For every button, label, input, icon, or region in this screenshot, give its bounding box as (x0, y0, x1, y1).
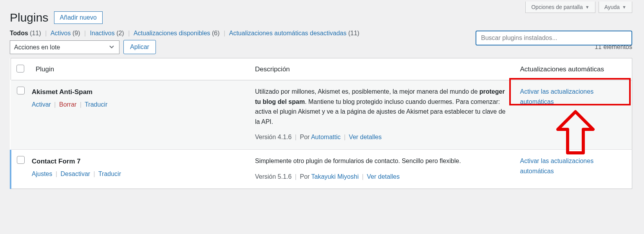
table-row: Contact Form 7 Ajustes | Desactivar | Tr… (11, 149, 632, 189)
separator: | (54, 101, 56, 108)
help-tab[interactable]: Ayuda ▼ (599, 2, 632, 13)
search-input[interactable] (476, 31, 632, 45)
row-checkbox[interactable] (17, 156, 25, 164)
row-actions: Ajustes | Desactivar | Traducir (32, 169, 244, 179)
filter-all-label: Todos (10, 30, 28, 36)
filter-updates-available[interactable]: Actualizaciones disponibles (6) (134, 30, 221, 36)
filter-autooff-count: (11) (348, 30, 359, 36)
row-actions: Activar | Borrar | Traducir (32, 100, 244, 110)
filter-autooff-label: Actualizaciones automáticas desactivadas (229, 30, 347, 36)
author-link[interactable]: Takayuki Miyoshi (311, 173, 359, 180)
help-label: Ayuda (604, 4, 620, 10)
delete-link[interactable]: Borrar (59, 101, 76, 108)
plugin-name: Akismet Anti-Spam (32, 87, 244, 97)
separator: | (45, 30, 47, 36)
column-plugin[interactable]: Plugin (30, 58, 250, 80)
enable-auto-updates-link[interactable]: Activar las actualizaciones automáticas (520, 158, 594, 174)
by-label: Por (300, 134, 311, 140)
separator: | (344, 134, 346, 140)
filter-active-count: (9) (72, 30, 80, 36)
chevron-down-icon: ▼ (622, 5, 626, 9)
description-text: Utilizado por millones, Akismet es, posi… (255, 88, 505, 125)
separator: | (56, 171, 57, 177)
plugin-meta: Versión 4.1.6 | Por Automattic | Ver det… (255, 132, 507, 142)
by-label: Por (300, 173, 311, 180)
plugin-name: Contact Form 7 (32, 156, 244, 167)
filter-all[interactable]: Todos (11) (10, 30, 43, 36)
view-details-link[interactable]: Ver detalles (367, 173, 400, 180)
separator: | (80, 101, 81, 108)
enable-auto-updates-link[interactable]: Activar las actualizaciones automáticas (520, 88, 594, 105)
filter-inactive-count: (2) (116, 30, 124, 36)
separator: | (224, 30, 225, 36)
screen-options-label: Opciones de pantalla (531, 4, 583, 10)
separator: | (84, 30, 86, 36)
settings-link[interactable]: Ajustes (32, 171, 52, 177)
filter-inactive-label: Inactivos (90, 30, 115, 36)
plugin-version: Versión 4.1.6 (255, 134, 291, 140)
translate-link[interactable]: Traducir (98, 171, 121, 177)
filter-active[interactable]: Activos (9) (51, 30, 82, 36)
view-details-link[interactable]: Ver detalles (349, 134, 382, 140)
separator: | (128, 30, 130, 36)
table-row: Akismet Anti-Spam Activar | Borrar | Tra… (11, 80, 632, 150)
deactivate-link[interactable]: Desactivar (61, 171, 90, 177)
separator: | (362, 173, 364, 180)
column-auto-updates[interactable]: Actualizaciones automáticas (515, 58, 632, 80)
separator: | (295, 173, 297, 180)
column-description[interactable]: Descripción (250, 58, 515, 80)
filter-inactive[interactable]: Inactivos (2) (90, 30, 126, 36)
row-checkbox[interactable] (17, 87, 25, 94)
plugins-table: Plugin Descripción Actualizaciones autom… (10, 58, 632, 189)
filter-auto-updates-off[interactable]: Actualizaciones automáticas desactivadas… (229, 30, 360, 36)
filter-available-count: (6) (212, 30, 220, 36)
add-new-button[interactable]: Añadir nuevo (54, 11, 103, 24)
activate-link[interactable]: Activar (32, 101, 51, 108)
separator: | (295, 134, 297, 140)
plugin-meta: Versión 5.1.6 | Por Takayuki Miyoshi | V… (255, 172, 507, 182)
author-link[interactable]: Automattic (311, 134, 341, 140)
description-text: Simplemente otro plugin de formularios d… (255, 158, 461, 164)
apply-button[interactable]: Aplicar (123, 40, 156, 54)
filter-available-label: Actualizaciones disponibles (134, 30, 210, 36)
translate-link[interactable]: Traducir (85, 101, 107, 108)
separator: | (94, 171, 95, 177)
page-title: Plugins (10, 11, 48, 24)
filter-all-count: (11) (30, 30, 41, 36)
select-all-checkbox[interactable] (16, 65, 24, 73)
screen-options-tab[interactable]: Opciones de pantalla ▼ (525, 2, 595, 13)
filter-active-label: Activos (51, 30, 71, 36)
chevron-down-icon: ▼ (585, 5, 590, 9)
bulk-actions-select[interactable]: Acciones en lote (10, 40, 119, 54)
plugin-version: Versión 5.1.6 (255, 173, 291, 180)
